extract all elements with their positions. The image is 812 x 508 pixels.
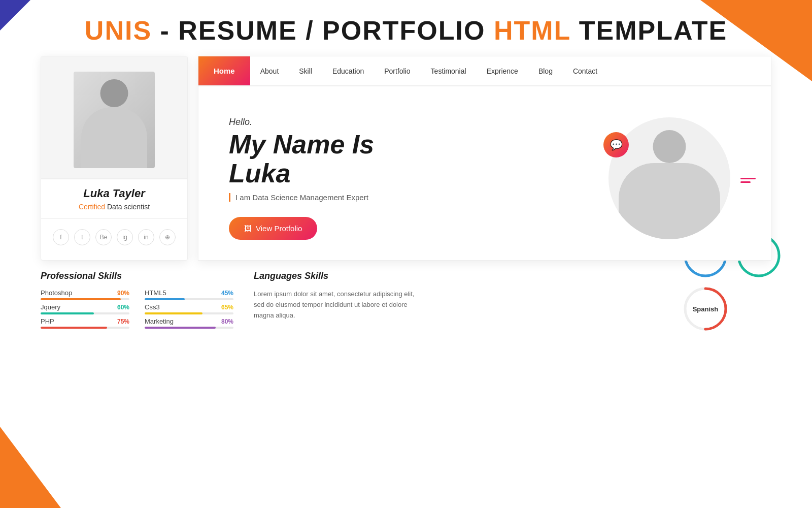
- social-instagram[interactable]: ig: [117, 229, 133, 245]
- skill-percent: 45%: [221, 290, 233, 297]
- lang-circle-spanish: Spanish: [683, 286, 728, 332]
- skill-bar-fill: [41, 327, 107, 329]
- skills-col-right: HTML5 45% Css3 65% Marketing 80%: [145, 289, 233, 332]
- skill-item: Css3 65%: [145, 303, 233, 314]
- header-title-unis: UNIS: [85, 16, 152, 45]
- corner-decoration-bl: [0, 427, 61, 508]
- avatar: [74, 72, 155, 168]
- skills-title: Professional Skills: [41, 271, 233, 281]
- hero-avatar-circle: [608, 117, 730, 239]
- skill-bar-bg: [41, 312, 129, 314]
- skill-label: Photoshop: [41, 289, 72, 297]
- sidebar-title: Certified Data scientist: [79, 203, 150, 211]
- page-header: UNIS - RESUME / PORTFOLIO HTML TEMPLATE: [0, 0, 812, 56]
- skill-item: PHP 75%: [41, 318, 129, 329]
- skill-label: Marketing: [145, 318, 174, 325]
- portfolio-btn-label: View Protfolio: [256, 224, 302, 233]
- header-title-template: TEMPLATE: [570, 16, 727, 45]
- lang-ring-inner: Spanish: [687, 290, 724, 328]
- nav-home[interactable]: Home: [198, 56, 250, 85]
- skill-item: Jquery 60%: [41, 303, 129, 314]
- nav-contact[interactable]: Contact: [563, 57, 607, 85]
- skills-grid: Photoshop 90% Jquery 60% PHP 75%: [41, 289, 233, 332]
- skill-bar-fill: [145, 298, 185, 300]
- menu-line-1: [740, 178, 756, 179]
- hero-hello: Hello.: [229, 117, 598, 128]
- skill-percent: 75%: [117, 318, 129, 325]
- hero-text: Hello. My Name IsLuka I am Data Science …: [229, 117, 598, 240]
- sidebar-certified: Certified: [79, 203, 105, 211]
- social-facebook[interactable]: f: [53, 229, 69, 245]
- header-title-dash: - RESUME / PORTFOLIO: [152, 16, 494, 45]
- skill-percent: 90%: [117, 290, 129, 297]
- skills-section: Professional Skills Photoshop 90% Jquery…: [41, 271, 233, 332]
- skill-label: PHP: [41, 318, 54, 325]
- skill-bar-bg: [41, 327, 129, 329]
- languages-desc: Lorem ipsum dolor sit amet, consectetur …: [254, 289, 416, 321]
- skill-bar-fill: [41, 312, 94, 314]
- skill-percent: 80%: [221, 318, 233, 325]
- social-icons: f t Be ig in ⊕: [53, 229, 176, 245]
- bottom-section: Professional Skills Photoshop 90% Jquery…: [0, 261, 812, 342]
- skill-item: Photoshop 90%: [41, 289, 129, 300]
- social-globe[interactable]: ⊕: [159, 229, 176, 245]
- nav-experience[interactable]: Exprience: [477, 57, 528, 85]
- nav-testimonial[interactable]: Testimonial: [421, 57, 477, 85]
- skill-bar-bg: [145, 298, 233, 300]
- skill-label: Css3: [145, 303, 160, 311]
- lang-label: Spanish: [693, 305, 719, 313]
- nav-portfolio[interactable]: Portfolio: [374, 57, 420, 85]
- view-portfolio-button[interactable]: 🖼 View Protfolio: [229, 217, 317, 240]
- hero-section: Hello. My Name IsLuka I am Data Science …: [198, 86, 771, 260]
- sidebar-divider: [41, 218, 187, 219]
- social-behance[interactable]: Be: [95, 229, 112, 245]
- sidebar-scientist: Data scientist: [105, 203, 150, 211]
- skill-bar-bg: [41, 298, 129, 300]
- lang-ring: Spanish: [683, 286, 728, 332]
- menu-decoration: [740, 178, 756, 183]
- nav-blog[interactable]: Blog: [528, 57, 563, 85]
- skill-item: Marketing 80%: [145, 318, 233, 329]
- main-container: Luka Tayler Certified Data scientist f t…: [0, 56, 812, 261]
- skill-bar-fill: [41, 298, 121, 300]
- nav-about[interactable]: About: [250, 57, 289, 85]
- skill-bar-fill: [145, 312, 202, 314]
- sidebar-photo-area: [41, 56, 187, 179]
- skill-item: HTML5 45%: [145, 289, 233, 300]
- sidebar-card: Luka Tayler Certified Data scientist f t…: [41, 56, 188, 261]
- hero-image-area: 💬: [598, 117, 740, 240]
- hero-name: My Name IsLuka: [229, 130, 598, 188]
- portfolio-icon: 🖼: [244, 224, 252, 233]
- skill-bar-bg: [145, 327, 233, 329]
- sidebar-name: Luka Tayler: [83, 187, 145, 200]
- chat-bubble-icon: 💬: [603, 132, 629, 157]
- header-title-html: HTML: [494, 16, 570, 45]
- skills-col-left: Photoshop 90% Jquery 60% PHP 75%: [41, 289, 129, 332]
- skill-label: Jquery: [41, 303, 60, 311]
- skill-percent: 60%: [117, 304, 129, 311]
- skill-percent: 65%: [221, 304, 233, 311]
- skill-label: HTML5: [145, 289, 166, 297]
- nav-skill[interactable]: Skill: [289, 57, 322, 85]
- navbar: Home About Skill Education Portfolio Tes…: [198, 56, 771, 86]
- social-twitter[interactable]: t: [74, 229, 90, 245]
- main-panel: Home About Skill Education Portfolio Tes…: [198, 56, 771, 261]
- hero-subtitle: I am Data Science Management Expert: [229, 193, 598, 202]
- social-linkedin[interactable]: in: [138, 229, 154, 245]
- skill-bar-bg: [145, 312, 233, 314]
- nav-education[interactable]: Education: [322, 57, 374, 85]
- skill-bar-fill: [145, 327, 216, 329]
- menu-line-2: [740, 181, 751, 183]
